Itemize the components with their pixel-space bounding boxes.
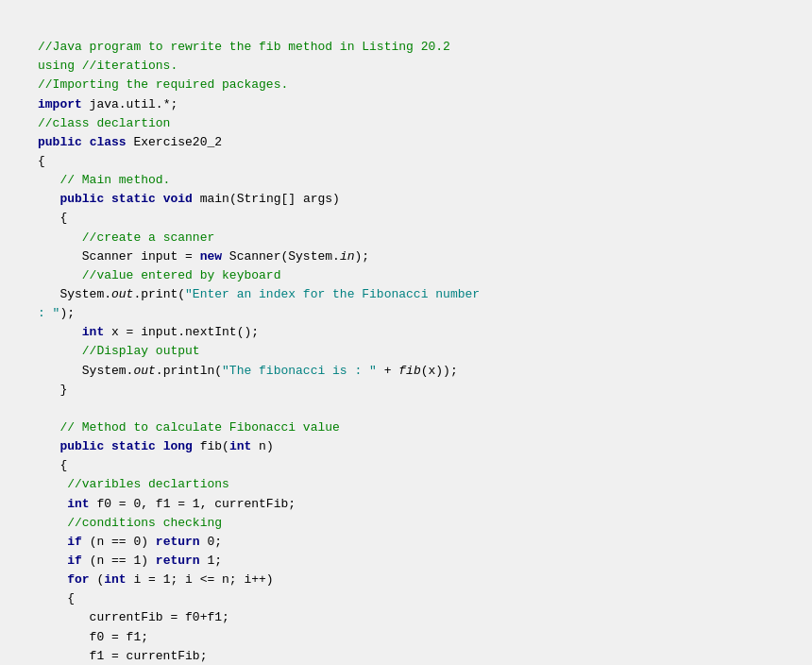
comment-conditions: //conditions checking bbox=[67, 516, 222, 530]
return-keyword-2: return bbox=[156, 554, 200, 568]
for-loop: ( bbox=[90, 572, 105, 587]
main-signature: main(String[] args) bbox=[193, 192, 340, 206]
concat: + bbox=[377, 364, 398, 378]
indent-19: f0 = f1; bbox=[38, 630, 148, 644]
indent-5 bbox=[38, 230, 82, 245]
indent-3 bbox=[38, 192, 59, 206]
return-val-2: 1; bbox=[200, 554, 222, 568]
indent-20: f1 = currentFib; bbox=[38, 649, 207, 663]
space-1 bbox=[104, 192, 111, 206]
scanner-creation: Scanner(System. bbox=[222, 249, 340, 264]
out-italic-1: out bbox=[111, 287, 133, 301]
fib-call-italic: fib bbox=[398, 364, 420, 378]
static-keyword-2: static bbox=[111, 439, 156, 453]
long-keyword: long bbox=[163, 439, 193, 453]
comment-varibles: //varibles declartions bbox=[67, 477, 229, 491]
static-keyword-1: static bbox=[111, 192, 156, 206]
int-keyword-3: int bbox=[67, 497, 89, 511]
if-keyword-1: if bbox=[67, 535, 82, 549]
code-editor: //Java program to rewrite the fib method… bbox=[0, 0, 812, 665]
indent-15 bbox=[38, 535, 67, 549]
class-keyword bbox=[82, 135, 90, 149]
fib-signature: fib( bbox=[193, 439, 229, 453]
closing-brace-main: } bbox=[38, 383, 67, 397]
indent-9 bbox=[38, 344, 82, 358]
space-2 bbox=[156, 192, 163, 206]
void-keyword-1: void bbox=[163, 192, 193, 206]
import-statement: java.util.*; bbox=[82, 97, 178, 111]
return-val-1: 0; bbox=[200, 535, 222, 549]
public-keyword-1: public bbox=[38, 135, 82, 149]
new-keyword-1: new bbox=[200, 249, 222, 264]
scanner-end: ); bbox=[354, 249, 369, 264]
comment-scanner: //create a scanner bbox=[82, 230, 214, 245]
comment-line-2: using //iterations. bbox=[38, 59, 178, 73]
fib-args: (x)); bbox=[421, 364, 458, 378]
comment-fib-method: // Method to calculate Fibonacci value bbox=[59, 420, 339, 435]
if-cond-2: (n == 1) bbox=[82, 554, 156, 568]
import-keyword: import bbox=[38, 97, 82, 111]
open-brace-2: { bbox=[38, 458, 67, 472]
indent-17 bbox=[38, 572, 67, 587]
open-brace-1: { bbox=[38, 154, 45, 168]
comment-display: //Display output bbox=[82, 344, 200, 358]
fib-param: n) bbox=[251, 439, 273, 453]
return-keyword-1: return bbox=[156, 535, 200, 549]
int-keyword-4: int bbox=[104, 572, 126, 587]
open-brace-for: { bbox=[38, 591, 75, 605]
if-keyword-2: if bbox=[67, 554, 82, 568]
comment-class-decl: //class declartion bbox=[38, 116, 170, 130]
blank-line-1 bbox=[38, 420, 59, 435]
indent-6: Scanner input = bbox=[38, 249, 200, 264]
if-cond-1: (n == 0) bbox=[82, 535, 156, 549]
public-keyword-2: public bbox=[59, 192, 104, 206]
println-start: .println( bbox=[156, 364, 222, 378]
indent-14 bbox=[38, 516, 67, 530]
indent-13 bbox=[38, 497, 67, 511]
indent-8 bbox=[38, 325, 82, 339]
int-keyword-1: int bbox=[82, 325, 104, 339]
sysout-print: .print( bbox=[133, 287, 185, 301]
indent-18: currentFib = f0+f1; bbox=[38, 610, 229, 624]
public-keyword-3: public bbox=[59, 439, 104, 453]
class-name: Exercise20_2 bbox=[127, 135, 222, 149]
space-4 bbox=[156, 439, 163, 453]
comment-value: //value entered by keyboard bbox=[82, 268, 281, 282]
for-keyword: for bbox=[67, 572, 89, 587]
indent-12 bbox=[38, 477, 67, 491]
out-italic-2: out bbox=[133, 364, 155, 378]
fibonacci-string: "The fibonacci is : " bbox=[222, 364, 377, 378]
for-body: i = 1; i <= n; i++) bbox=[127, 572, 274, 587]
int-keyword-2: int bbox=[229, 439, 251, 453]
sysout-end: ); bbox=[59, 306, 75, 320]
indent-2 bbox=[38, 173, 59, 187]
indent-7 bbox=[38, 268, 82, 282]
comment-main: // Main method. bbox=[59, 173, 170, 187]
var-decl: f0 = 0, f1 = 1, currentFib; bbox=[90, 497, 296, 511]
indent-10: System. bbox=[38, 364, 133, 378]
x-assignment: x = input.nextInt(); bbox=[104, 325, 259, 339]
sysout-line: System. bbox=[38, 287, 111, 301]
indent-11 bbox=[38, 439, 59, 453]
comment-line-3: //Importing the required packages. bbox=[38, 77, 288, 92]
space-3 bbox=[104, 439, 111, 453]
indent-16 bbox=[38, 554, 67, 568]
in-italic: in bbox=[340, 249, 355, 264]
comment-line-1: //Java program to rewrite the fib method… bbox=[38, 40, 450, 54]
class-keyword-kw: class bbox=[90, 135, 127, 149]
indent-4: { bbox=[38, 211, 67, 225]
